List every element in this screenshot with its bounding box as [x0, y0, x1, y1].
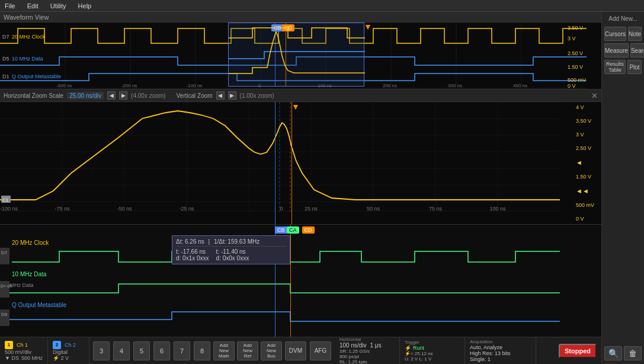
acquisition-label: Acquisition: [470, 339, 531, 344]
afg-button[interactable]: AFG: [310, 341, 331, 360]
channel-buttons-area: 3 4 5 6 7 8 AddNewMath AddNewRef AddNewB…: [89, 337, 335, 364]
horizontal-ns-div: 100 ns/div: [339, 342, 367, 349]
ch2-value2: ⚡ 2 V: [53, 355, 84, 361]
detail-waveform-section[interactable]: ▼: [0, 102, 601, 224]
digital-section[interactable]: CB CA CD Δt: 6.26 ns | 1/Δt: 159.63 MHz …: [0, 224, 601, 337]
svg-text:C1: C1: [2, 197, 9, 203]
ch1-value1: 500 mV/div: [5, 349, 43, 355]
v-zoom-decrease[interactable]: ◀: [216, 91, 225, 100]
top-right-buttons: Cursors Note: [604, 27, 642, 41]
h-zoom-value: 25.00 ns/div: [67, 92, 104, 100]
acquisition-value1: Auto, Analyze: [470, 344, 531, 350]
h-zoom-decrease[interactable]: ◀: [107, 91, 116, 100]
svg-text:0 V: 0 V: [568, 83, 576, 89]
ch1-value2: ▼ DS: [5, 355, 19, 361]
cursor-line-orange: [291, 102, 292, 224]
v-zoom-factor: (1.00x zoom): [240, 92, 274, 99]
svg-text:10 MHz Data: 10 MHz Data: [12, 56, 43, 62]
ch1-box: 1: [5, 341, 13, 349]
acquisition-value2: High Res: 13 bits: [470, 350, 531, 356]
y-label-3v: 3 V: [576, 132, 600, 138]
svg-text:300 ns: 300 ns: [448, 83, 462, 88]
v-zoom-increase[interactable]: ▶: [228, 91, 236, 100]
waveform-view-title: Waveform View: [4, 14, 49, 21]
status-bar: 1 Ch 1 500 mV/div ▼ DS 500 MHz 2 Ch 2 Di…: [0, 337, 601, 364]
close-zoom-icon[interactable]: ✕: [591, 91, 598, 100]
ch7-button[interactable]: 7: [174, 341, 190, 360]
add-math-button[interactable]: AddNewMath: [213, 341, 235, 360]
menu-help[interactable]: Help: [76, 2, 94, 9]
acquisition-status: Acquisition Auto, Analyze High Res: 13 b…: [465, 337, 536, 364]
ch3-button[interactable]: 3: [93, 341, 110, 360]
note-button[interactable]: Note: [628, 27, 642, 41]
y-axis-right: 4 V 3.50 V 3 V 2.50 V ◄ 1.50 V ◄◄ 500 mV…: [575, 102, 601, 224]
trigger-marker-overview: ▼: [364, 23, 372, 31]
horizontal-bw: 800 ps/pt: [339, 354, 395, 359]
svg-text:3.50 V: 3.50 V: [568, 25, 583, 31]
svg-text:D1: D1: [2, 74, 9, 79]
measure-button[interactable]: Measure: [604, 43, 629, 58]
right-panel: Add New... Cursors Note Measure Search R…: [601, 12, 644, 364]
h-zoom-scale-label: Horizontal Zoom Scale: [4, 92, 63, 99]
horizontal-label: Horizontal: [339, 337, 395, 342]
digital-cursor-line-orange: [290, 225, 291, 337]
dvm-button[interactable]: DVM: [285, 341, 306, 360]
svg-text:400 ns: 400 ns: [513, 83, 527, 88]
ch6-button[interactable]: 6: [153, 341, 170, 360]
y-label-500mv: 500 mV: [576, 202, 600, 208]
results-table-button[interactable]: Results Table: [604, 60, 626, 74]
svg-text:20 MHz Clock: 20 MHz Clock: [12, 34, 46, 40]
svg-text:-25 ns: -25 ns: [179, 206, 194, 212]
mid-right-buttons-1: Measure Search: [604, 43, 642, 58]
svg-text:100 ns: 100 ns: [318, 83, 332, 88]
y-label-0v: 0 V: [576, 216, 600, 222]
trigger-label: Trigger: [405, 340, 460, 345]
ch2-box: 2: [53, 341, 61, 349]
ch5-button[interactable]: 5: [133, 341, 150, 360]
menu-bar: File Edit Utility Help: [0, 0, 644, 12]
plot-button[interactable]: Plot: [627, 60, 642, 74]
digital-cursor-line-blue: [275, 225, 275, 337]
stopped-button[interactable]: Stopped: [559, 344, 597, 358]
cursor-cd-digital-b: CD: [302, 226, 315, 234]
h-zoom-factor: (4.00x zoom): [131, 92, 165, 99]
y-label-350mv: 3.50 V: [576, 118, 600, 124]
h-zoom-increase[interactable]: ▶: [119, 91, 127, 100]
cursor-line-blue: [275, 102, 275, 224]
horizontal-status: Horizontal 100 ns/div 1 μs SR: 1.25 GS/s…: [335, 337, 400, 364]
svg-text:100 ns: 100 ns: [489, 206, 506, 212]
svg-text:200 ns: 200 ns: [383, 83, 397, 88]
svg-text:D+-0K: D+-0K: [1, 284, 12, 288]
y-arrow-1: ◄: [576, 159, 600, 166]
ch8-button[interactable]: 8: [194, 341, 210, 360]
ch4-button[interactable]: 4: [113, 341, 130, 360]
ch2-label: Ch 2: [65, 342, 76, 348]
svg-text:2.50 V: 2.50 V: [568, 50, 583, 56]
zoom-icon-button[interactable]: 🔍: [604, 346, 622, 360]
trigger-value: Runt: [413, 345, 424, 351]
svg-text:-100 ns: -100 ns: [0, 206, 18, 212]
y-label-250mv: 2.50 V: [576, 145, 600, 151]
mid-right-buttons-2: Results Table Plot: [604, 60, 642, 74]
overview-title: Waveform View: [0, 12, 601, 23]
svg-text:75 ns: 75 ns: [429, 206, 443, 212]
menu-file[interactable]: File: [2, 2, 18, 9]
horizontal-sr: SR: 1.25 GS/s: [339, 349, 395, 354]
search-button[interactable]: Search: [630, 43, 644, 58]
digital-ch-data-label: 10 MHz Data: [12, 271, 46, 277]
cursors-button[interactable]: Cursors: [604, 27, 626, 41]
acquisition-value3: Single: 1: [470, 356, 531, 362]
svg-text:-200 ns: -200 ns: [121, 83, 137, 88]
menu-utility[interactable]: Utility: [48, 2, 69, 9]
overview-content[interactable]: D7 D5 D1 20 MHz Clock 10 MHz Data Q Outp…: [0, 23, 601, 89]
cursor-cb-digital: CB: [275, 226, 287, 234]
svg-text:-300 ns: -300 ns: [56, 83, 72, 88]
svg-text:-50 ns: -50 ns: [117, 206, 132, 212]
y-arrow-2: ◄◄: [576, 187, 600, 194]
svg-text:50 ns: 50 ns: [367, 206, 380, 212]
menu-edit[interactable]: Edit: [25, 2, 41, 9]
add-bus-button[interactable]: AddNewBus: [261, 341, 282, 360]
trash-icon-button[interactable]: 🗑: [624, 346, 642, 360]
ch1-value3: 500 MHz: [21, 355, 43, 361]
add-ref-button[interactable]: AddNewRef: [237, 341, 258, 360]
